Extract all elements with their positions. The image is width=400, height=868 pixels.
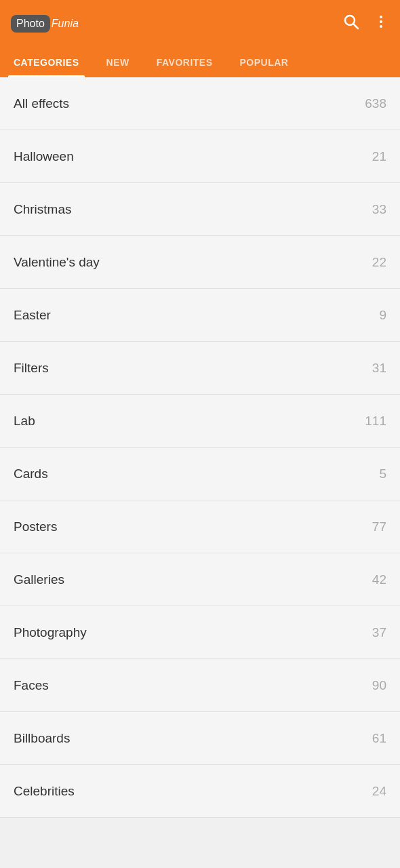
svg-point-3 [380,20,382,23]
category-name: Posters [14,519,57,534]
list-item[interactable]: Cards5 [0,448,400,500]
list-item[interactable]: Posters77 [0,500,400,553]
category-name: Cards [14,467,48,481]
tab-popular[interactable]: POPULAR [226,47,302,77]
category-count: 111 [365,414,386,429]
header-icons [343,14,389,34]
category-count: 22 [372,255,386,270]
list-item[interactable]: Easter9 [0,289,400,342]
category-name: Lab [14,414,35,429]
list-item[interactable]: Faces90 [0,659,400,712]
list-item[interactable]: All effects638 [0,77,400,130]
category-count: 42 [372,572,386,587]
tab-bar: CATEGORIES NEW FAVORITES POPULAR [0,47,400,77]
category-name: Halloween [14,149,74,164]
category-count: 37 [372,625,386,640]
category-name: Easter [14,308,51,323]
category-count: 638 [365,96,386,111]
category-count: 9 [379,308,386,323]
tab-new[interactable]: NEW [93,47,143,77]
category-count: 31 [372,361,386,376]
category-count: 77 [372,519,386,534]
category-name: Valentine's day [14,255,100,270]
svg-point-2 [380,16,382,18]
category-count: 21 [372,149,386,164]
category-count: 61 [372,731,386,746]
tab-favorites[interactable]: FAVORITES [143,47,226,77]
category-name: Galleries [14,572,64,587]
more-options-icon[interactable] [373,14,389,34]
svg-line-1 [354,24,359,29]
category-name: Billboards [14,731,70,746]
list-item[interactable]: Celebrities24 [0,765,400,818]
category-count: 33 [372,202,386,217]
category-name: Celebrities [14,784,75,799]
list-item[interactable]: Lab111 [0,395,400,448]
category-count: 5 [379,467,386,481]
search-icon[interactable] [343,14,359,34]
app-logo: Photo Funia [11,15,79,33]
category-name: Faces [14,678,49,693]
logo-photo-text: Photo [16,18,45,29]
category-count: 24 [372,784,386,799]
category-name: Christmas [14,202,72,217]
tab-categories[interactable]: CATEGORIES [0,47,93,77]
list-item[interactable]: Photography37 [0,606,400,659]
category-list: All effects638Halloween21Christmas33Vale… [0,77,400,818]
list-item[interactable]: Christmas33 [0,183,400,236]
category-name: Photography [14,625,87,640]
list-item[interactable]: Filters31 [0,342,400,395]
svg-point-4 [380,25,382,28]
category-name: All effects [14,96,69,111]
category-name: Filters [14,361,49,376]
logo-background: Photo [11,15,50,33]
category-count: 90 [372,678,386,693]
list-item[interactable]: Galleries42 [0,553,400,606]
list-item[interactable]: Valentine's day22 [0,236,400,289]
logo-funia-text: Funia [52,18,79,30]
list-item[interactable]: Billboards61 [0,712,400,765]
list-item[interactable]: Halloween21 [0,130,400,183]
app-header: Photo Funia [0,0,400,47]
